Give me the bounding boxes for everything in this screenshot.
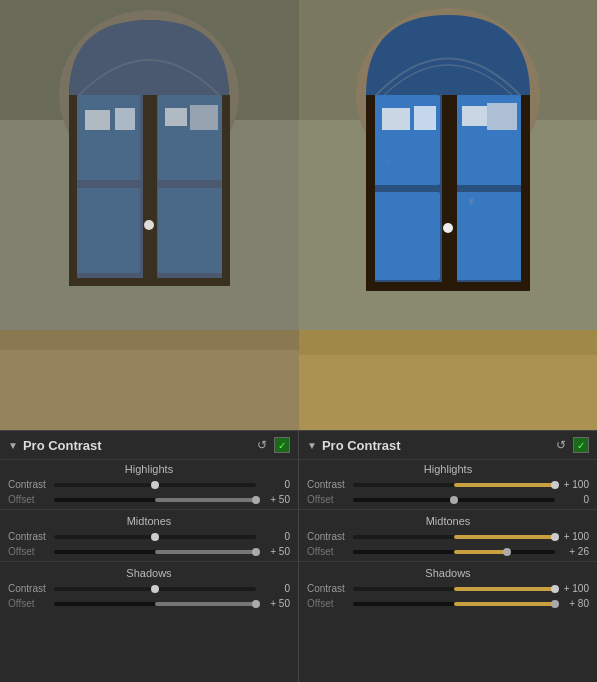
svg-rect-38 (414, 106, 436, 130)
left-highlights-offset-value: + 50 (260, 494, 290, 505)
right-control-panel: ▼ Pro Contrast ↺ ✓ Highlights Contrast +… (298, 430, 597, 682)
right-door-image (299, 0, 597, 430)
left-midtones-contrast-value: 0 (260, 531, 290, 542)
left-panel-header: ▼ Pro Contrast ↺ ✓ (0, 431, 298, 460)
left-midtones-offset-slider[interactable] (54, 550, 256, 554)
right-highlights-label: Highlights (299, 460, 597, 477)
right-shadows-offset-row: Offset + 80 (299, 596, 597, 611)
left-highlights-contrast-slider[interactable] (54, 483, 256, 487)
left-highlights-contrast-value: 0 (260, 479, 290, 490)
right-shadows-contrast-value: + 100 (559, 583, 589, 594)
right-highlights-contrast-value: + 100 (559, 479, 589, 490)
left-shadows-offset-value: + 50 (260, 598, 290, 609)
left-midtones-contrast-row: Contrast 0 (0, 529, 298, 544)
right-midtones-contrast-label: Contrast (307, 531, 349, 542)
right-triangle-icon[interactable]: ▼ (307, 440, 317, 451)
left-highlights-offset-label: Offset (8, 494, 50, 505)
right-midtones-offset-label: Offset (307, 546, 349, 557)
svg-rect-15 (0, 350, 299, 430)
left-shadows-contrast-slider[interactable] (54, 587, 256, 591)
left-control-panel: ▼ Pro Contrast ↺ ✓ Highlights Contrast 0… (0, 430, 298, 682)
left-image-panel (0, 0, 299, 430)
svg-rect-39 (462, 106, 487, 126)
svg-rect-29 (456, 192, 524, 280)
left-midtones-contrast-slider[interactable] (54, 535, 256, 539)
svg-rect-7 (75, 188, 140, 273)
left-midtones-contrast-label: Contrast (8, 531, 50, 542)
left-triangle-icon[interactable]: ▼ (8, 440, 18, 451)
svg-rect-36 (299, 355, 597, 430)
left-midtones-offset-label: Offset (8, 546, 50, 557)
right-shadows-offset-value: + 80 (559, 598, 589, 609)
svg-rect-17 (115, 108, 135, 130)
right-midtones-contrast-slider[interactable] (353, 535, 555, 539)
panels-row: ▼ Pro Contrast ↺ ✓ Highlights Contrast 0… (0, 430, 597, 682)
left-midtones-offset-row: Offset + 50 (0, 544, 298, 559)
svg-rect-40 (487, 103, 517, 130)
left-door-image (0, 0, 299, 430)
svg-point-34 (443, 223, 453, 233)
right-panel-title: Pro Contrast (322, 438, 553, 453)
right-highlights-offset-slider[interactable] (353, 498, 555, 502)
right-midtones-contrast-value: + 100 (559, 531, 589, 542)
left-shadows-offset-slider[interactable] (54, 602, 256, 606)
right-panel-header: ▼ Pro Contrast ↺ ✓ (299, 431, 597, 460)
right-shadows-offset-label: Offset (307, 598, 349, 609)
left-shadows-label: Shadows (0, 564, 298, 581)
left-highlights-offset-slider[interactable] (54, 498, 256, 502)
right-highlights-contrast-label: Contrast (307, 479, 349, 490)
left-shadows-offset-label: Offset (8, 598, 50, 609)
left-highlights-label: Highlights (0, 460, 298, 477)
right-highlights-contrast-slider[interactable] (353, 483, 555, 487)
svg-rect-10 (222, 95, 230, 280)
right-shadows-contrast-row: Contrast + 100 (299, 581, 597, 596)
right-shadows-label: Shadows (299, 564, 597, 581)
left-header-icons: ↺ ✓ (254, 437, 290, 453)
left-check-button[interactable]: ✓ (274, 437, 290, 453)
left-midtones-offset-value: + 50 (260, 546, 290, 557)
left-shadows-contrast-value: 0 (260, 583, 290, 594)
svg-rect-31 (521, 95, 530, 285)
svg-point-13 (144, 220, 154, 230)
left-panel-title: Pro Contrast (23, 438, 254, 453)
right-midtones-offset-slider[interactable] (353, 550, 555, 554)
left-shadows-contrast-label: Contrast (8, 583, 50, 594)
left-shadows-contrast-row: Contrast 0 (0, 581, 298, 596)
svg-rect-18 (165, 108, 187, 126)
right-midtones-offset-value: + 26 (559, 546, 589, 557)
right-reset-button[interactable]: ↺ (553, 437, 569, 453)
svg-rect-19 (190, 105, 218, 130)
right-midtones-offset-row: Offset + 26 (299, 544, 597, 559)
right-midtones-label: Midtones (299, 512, 597, 529)
right-midtones-contrast-row: Contrast + 100 (299, 529, 597, 544)
svg-rect-12 (143, 95, 157, 280)
svg-rect-37 (382, 108, 410, 130)
right-header-icons: ↺ ✓ (553, 437, 589, 453)
right-shadows-offset-slider[interactable] (353, 602, 555, 606)
right-check-button[interactable]: ✓ (573, 437, 589, 453)
left-highlights-offset-row: Offset + 50 (0, 492, 298, 507)
images-row (0, 0, 597, 430)
right-highlights-contrast-row: Contrast + 100 (299, 477, 597, 492)
svg-rect-5 (75, 95, 140, 180)
right-highlights-offset-label: Offset (307, 494, 349, 505)
right-highlights-offset-row: Offset 0 (299, 492, 597, 507)
svg-rect-9 (69, 95, 77, 280)
svg-rect-16 (85, 110, 110, 130)
right-shadows-contrast-slider[interactable] (353, 587, 555, 591)
right-highlights-offset-value: 0 (559, 494, 589, 505)
svg-rect-33 (442, 95, 457, 285)
right-shadows-contrast-label: Contrast (307, 583, 349, 594)
right-image-panel (299, 0, 598, 430)
left-highlights-contrast-row: Contrast 0 (0, 477, 298, 492)
left-reset-button[interactable]: ↺ (254, 437, 270, 453)
svg-rect-30 (366, 95, 375, 285)
left-highlights-contrast-label: Contrast (8, 479, 50, 490)
svg-rect-8 (158, 188, 223, 273)
left-midtones-label: Midtones (0, 512, 298, 529)
left-shadows-offset-row: Offset + 50 (0, 596, 298, 611)
svg-rect-28 (372, 192, 440, 280)
